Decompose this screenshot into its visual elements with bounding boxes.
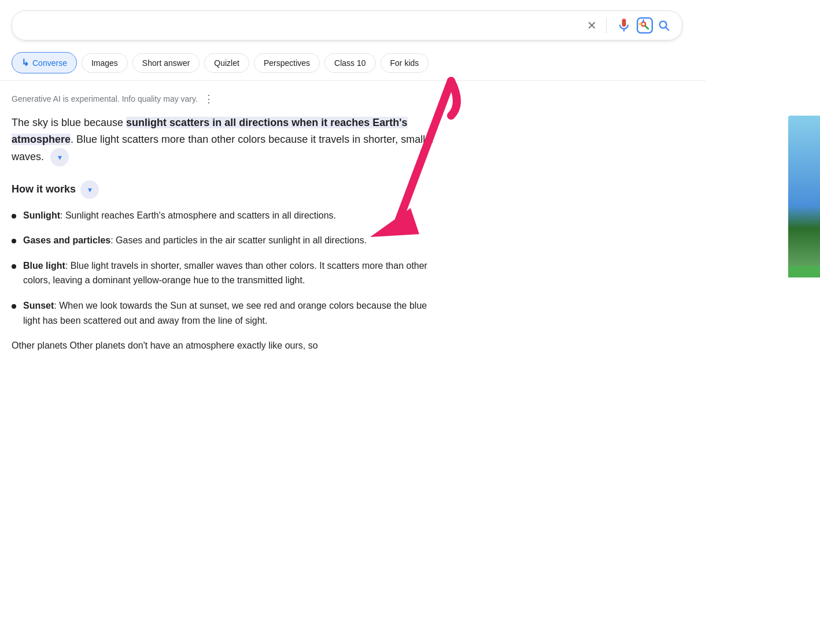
answer-expand-button[interactable]: ▾ (50, 148, 69, 166)
clear-icon: ✕ (587, 18, 597, 32)
chip-quizlet-label: Quizlet (214, 58, 239, 68)
chevron-down-icon: ▾ (58, 153, 62, 162)
how-it-works-header: How it works ▾ (12, 180, 439, 199)
chip-short-answer[interactable]: Short answer (132, 53, 200, 73)
answer-suffix: . Blue light scatters more than other co… (12, 134, 434, 162)
svg-rect-0 (623, 21, 625, 25)
converse-arrow-icon: ↳ (21, 57, 29, 68)
ai-disclaimer: Generative AI is experimental. Info qual… (12, 92, 439, 105)
lens-button[interactable] (634, 15, 655, 36)
ai-answer-text: The sky is blue because sunlight scatter… (12, 114, 439, 166)
microphone-icon (616, 17, 632, 34)
chip-quizlet[interactable]: Quizlet (204, 53, 249, 73)
chip-for-kids[interactable]: For kids (381, 53, 429, 73)
chip-class-10[interactable]: Class 10 (324, 53, 375, 73)
chip-for-kids-label: For kids (390, 58, 419, 68)
how-it-works-expand-button[interactable]: ▾ (80, 180, 99, 199)
section-chevron-down-icon: ▾ (88, 185, 92, 194)
bullet-text-3: Blue light travels in shorter, smaller w… (23, 261, 427, 286)
search-button[interactable] (655, 17, 673, 34)
bullet-dot-icon (12, 214, 16, 219)
bullet-dot-icon (12, 264, 16, 269)
microphone-button[interactable] (614, 15, 634, 36)
side-image (788, 116, 820, 347)
svg-line-3 (645, 26, 648, 29)
clear-button[interactable]: ✕ (585, 16, 599, 35)
search-bar: why is the sky blue ✕ (12, 10, 682, 40)
bullet-title-2: Gases and particles (23, 235, 110, 245)
main-content: Generative AI is experimental. Info qual… (0, 81, 451, 365)
bullet-dot-icon (12, 239, 16, 243)
chip-class-10-label: Class 10 (334, 58, 365, 68)
bullet-text-4: When we look towards the Sun at sunset, … (23, 301, 427, 325)
list-item: Blue light: Blue light travels in shorte… (12, 258, 439, 288)
bullet-title-1: Sunlight (23, 210, 60, 220)
truncated-text: Other planets Other planets don't have a… (12, 338, 439, 353)
how-it-works-label: How it works (12, 183, 76, 195)
chip-perspectives-label: Perspectives (264, 58, 310, 68)
search-input[interactable]: why is the sky blue (21, 20, 585, 32)
bullet-list: Sunlight: Sunlight reaches Earth's atmos… (12, 208, 439, 328)
more-options-button[interactable]: ⋮ (204, 92, 214, 105)
chip-converse[interactable]: ↳ Converse (12, 52, 77, 73)
list-item: Sunlight: Sunlight reaches Earth's atmos… (12, 208, 439, 223)
bullet-text-1: Sunlight reaches Earth's atmosphere and … (65, 210, 336, 220)
search-icon (658, 19, 670, 32)
list-item: Gases and particles: Gases and particles… (12, 233, 439, 248)
chip-images[interactable]: Images (82, 53, 128, 73)
svg-line-7 (666, 27, 668, 30)
bullet-title-4: Sunset (23, 301, 54, 310)
bullet-text-2: Gases and particles in the air scatter s… (116, 235, 367, 245)
ai-disclaimer-text: Generative AI is experimental. Info qual… (12, 94, 198, 103)
truncated-content: Other planets Other planets don't have a… (12, 340, 318, 350)
answer-prefix: The sky is blue because (12, 117, 126, 128)
chips-container: ↳ Converse Images Short answer Quizlet P… (0, 47, 706, 81)
bullet-dot-icon (12, 304, 16, 309)
list-item: Sunset: When we look towards the Sun at … (12, 298, 439, 328)
bullet-title-3: Blue light (23, 261, 65, 271)
chip-perspectives[interactable]: Perspectives (254, 53, 320, 73)
chip-short-answer-label: Short answer (142, 58, 190, 68)
search-divider (606, 17, 607, 34)
chip-images-label: Images (91, 58, 118, 68)
search-bar-container: why is the sky blue ✕ (0, 0, 820, 47)
chip-converse-label: Converse (32, 58, 67, 68)
lens-icon (637, 17, 653, 34)
